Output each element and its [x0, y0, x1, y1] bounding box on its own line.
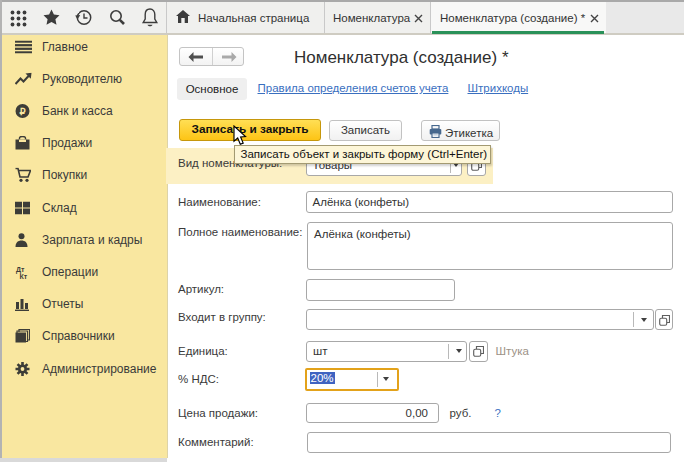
svg-text:₽: ₽ — [19, 105, 25, 116]
svg-text:Кт: Кт — [20, 272, 28, 279]
